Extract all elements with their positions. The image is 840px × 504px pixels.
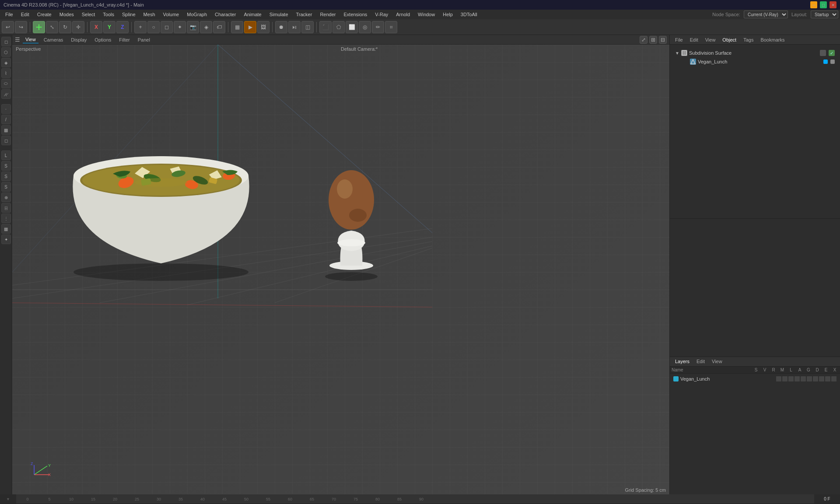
null-btn[interactable]: ○ xyxy=(147,21,160,33)
mesh-mode-btn[interactable]: ⬡ xyxy=(1,47,11,57)
menu-help[interactable]: Help xyxy=(439,11,456,18)
snap-s-btn[interactable]: S xyxy=(1,161,11,171)
menu-spline[interactable]: Spline xyxy=(119,11,139,18)
om-tab-tags[interactable]: Tags xyxy=(742,36,755,43)
menu-arnold[interactable]: Arnold xyxy=(392,11,413,18)
transform-tool[interactable]: ✛ xyxy=(72,21,84,33)
menu-mograph[interactable]: MoGraph xyxy=(183,11,210,18)
lasso-btn[interactable]: ⬠ xyxy=(332,21,345,33)
edge-mode-btn[interactable]: / xyxy=(1,115,11,124)
subdiv-vis-icon[interactable] xyxy=(820,50,826,56)
tree-item-subdivision[interactable]: ▼ Subdivision Surface ✓ xyxy=(673,49,836,57)
cube-btn[interactable]: ◻ xyxy=(161,21,173,33)
poly-mode-btn[interactable]: ▩ xyxy=(1,125,11,135)
layer-icon-9[interactable] xyxy=(825,376,830,382)
anim-auto-btn[interactable]: ⏯ xyxy=(288,21,301,33)
menu-create[interactable]: Create xyxy=(34,11,55,18)
layer-icon-2[interactable] xyxy=(782,376,788,382)
viewport-menu-btn[interactable]: ☰ xyxy=(15,36,20,43)
snap-s2-btn[interactable]: S xyxy=(1,172,11,181)
vp-settings-btn[interactable]: ⊟ xyxy=(659,36,667,44)
tree-item-vegan-lunch[interactable]: Vegan_Lunch xyxy=(673,58,836,66)
om-tab-object[interactable]: Object xyxy=(721,36,738,43)
model-mode-btn[interactable]: ◻ xyxy=(1,37,11,46)
light-icon-btn[interactable]: ✦ xyxy=(1,234,11,244)
obj-mode-btn[interactable]: ◻ xyxy=(1,136,11,145)
layer-icon-6[interactable] xyxy=(807,376,812,382)
layers-tab-view[interactable]: View xyxy=(710,358,724,365)
x-axis-btn[interactable]: X xyxy=(90,21,102,33)
maximize-button[interactable]: □ xyxy=(820,1,827,8)
slice-btn[interactable]: ⌗ xyxy=(385,21,397,33)
viewport-tab-options[interactable]: Options xyxy=(92,36,114,43)
tweak-btn[interactable]: L xyxy=(1,150,11,160)
layout-select[interactable]: Startup xyxy=(811,10,838,18)
om-tab-bookmarks[interactable]: Bookmarks xyxy=(759,36,786,43)
timeline-btn[interactable]: ◫ xyxy=(301,21,314,33)
axis-btn[interactable]: ⊕ xyxy=(1,192,11,202)
rect-btn[interactable]: ⬜ xyxy=(346,21,358,33)
viewport-tab-panel[interactable]: Panel xyxy=(135,36,153,43)
rigging-btn[interactable]: ⌇ xyxy=(1,68,11,78)
viewport-tab-filter[interactable]: Filter xyxy=(116,36,132,43)
om-tab-view[interactable]: View xyxy=(704,36,718,43)
undo-button[interactable]: ↩ xyxy=(2,21,14,33)
viewport-canvas[interactable]: X Y Z Perspective Default Camera:* Grid … xyxy=(12,45,669,494)
menu-extensions[interactable]: Extensions xyxy=(340,11,371,18)
vp-expand-btn[interactable]: ⤢ xyxy=(640,36,648,44)
tag-btn[interactable]: 🏷 xyxy=(213,21,225,33)
layer-icon-4[interactable] xyxy=(794,376,800,382)
viewport-tab-view[interactable]: View xyxy=(23,36,38,43)
menu-window[interactable]: Window xyxy=(414,11,438,18)
menu-simulate[interactable]: Simulate xyxy=(266,11,292,18)
menu-select[interactable]: Select xyxy=(78,11,99,18)
view-axis-btn[interactable]: ⌸ xyxy=(1,203,11,213)
layer-icon-7[interactable] xyxy=(813,376,818,382)
render-to-po-btn[interactable]: 🖼 xyxy=(257,21,270,33)
add-btn[interactable]: + xyxy=(134,21,147,33)
rotate-tool[interactable]: ↻ xyxy=(59,21,71,33)
paint-btn[interactable]: ⬭ xyxy=(1,79,11,88)
menu-animate[interactable]: Animate xyxy=(240,11,265,18)
point-mode-btn[interactable]: · xyxy=(1,104,11,114)
menu-volume[interactable]: Volume xyxy=(160,11,183,18)
vp-fullscreen-btn[interactable]: ⊞ xyxy=(649,36,657,44)
menu-3dtoall[interactable]: 3DToAll xyxy=(457,11,481,18)
layers-tab-layers[interactable]: Layers xyxy=(673,358,691,365)
menu-modes[interactable]: Modes xyxy=(56,11,77,18)
grid-btn[interactable]: ⋮ xyxy=(1,214,11,223)
om-tab-file[interactable]: File xyxy=(673,36,685,43)
sculpt-btn[interactable]: ⌭ xyxy=(1,89,11,99)
menu-vray[interactable]: V-Ray xyxy=(371,11,392,18)
minimize-button[interactable]: ─ xyxy=(810,1,817,8)
menu-mesh[interactable]: Mesh xyxy=(140,11,159,18)
layer-row-vegan-lunch[interactable]: Vegan_Lunch xyxy=(672,375,838,382)
menu-tools[interactable]: Tools xyxy=(99,11,118,18)
move-tool[interactable] xyxy=(33,21,45,33)
om-tab-edit[interactable]: Edit xyxy=(688,36,700,43)
material-btn[interactable]: ◈ xyxy=(200,21,212,33)
layer-icon-8[interactable] xyxy=(819,376,824,382)
layer-icon-1[interactable] xyxy=(776,376,781,382)
menu-edit[interactable]: Edit xyxy=(18,11,33,18)
layer-icon-5[interactable] xyxy=(801,376,806,382)
layer-icon-3[interactable] xyxy=(788,376,794,382)
layer-icon-10[interactable] xyxy=(831,376,836,382)
live-select-btn[interactable]: ◎ xyxy=(359,21,371,33)
menu-tracker[interactable]: Tracker xyxy=(293,11,316,18)
select-all-btn[interactable]: ⬛ xyxy=(319,21,332,33)
layers-tab-edit[interactable]: Edit xyxy=(695,358,707,365)
light-btn[interactable]: ✦ xyxy=(174,21,186,33)
node-space-select[interactable]: Current (V-Ray) xyxy=(744,10,788,18)
viewport[interactable]: ☰ View Cameras Display Options Filter Pa… xyxy=(12,35,669,494)
redo-button[interactable]: ↪ xyxy=(15,21,27,33)
menu-file[interactable]: File xyxy=(2,11,17,18)
subdiv-check-icon[interactable]: ✓ xyxy=(829,50,835,56)
camera-btn[interactable]: 📷 xyxy=(187,21,199,33)
render-btn[interactable]: ▶ xyxy=(244,21,256,33)
pen-btn[interactable]: ✏ xyxy=(372,21,384,33)
render-region-btn[interactable]: ▦ xyxy=(231,21,243,33)
anim-record-btn[interactable]: ⏺ xyxy=(275,21,287,33)
uv-mode-btn[interactable]: ◈ xyxy=(1,58,11,67)
viewport-tab-display[interactable]: Display xyxy=(68,36,89,43)
